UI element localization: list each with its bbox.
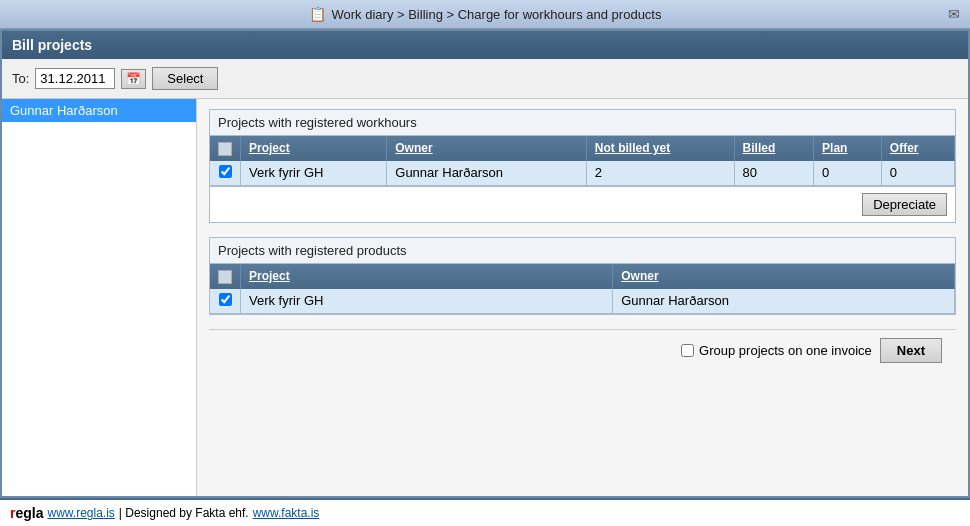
products-col-owner: Owner bbox=[613, 264, 955, 289]
main-content: Bill projects To: 📅 Select Gunnar Harðar… bbox=[0, 29, 970, 498]
products-col-checkbox bbox=[210, 264, 241, 289]
products-section: Projects with registered products Projec… bbox=[209, 237, 956, 315]
right-panel: Projects with registered workhours Proje… bbox=[197, 99, 968, 496]
date-input[interactable] bbox=[35, 68, 115, 89]
products-col-project: Project bbox=[241, 264, 613, 289]
next-button[interactable]: Next bbox=[880, 338, 942, 363]
workhours-col-offer: Offer bbox=[881, 136, 954, 161]
row-billed: 80 bbox=[734, 161, 814, 186]
mail-icon[interactable]: ✉ bbox=[948, 6, 960, 22]
row-offer: 0 bbox=[881, 161, 954, 186]
row-owner: Gunnar Harðarson bbox=[387, 161, 587, 186]
fakta-link[interactable]: www.fakta.is bbox=[253, 506, 320, 520]
select-button[interactable]: Select bbox=[152, 67, 218, 90]
table-row: Verk fyrir GH Gunnar Harðarson bbox=[210, 289, 955, 314]
footer: regla www.regla.is | Designed by Fakta e… bbox=[0, 498, 970, 526]
workhours-col-owner: Owner bbox=[387, 136, 587, 161]
title-bar: 📋 Work diary > Billing > Charge for work… bbox=[0, 0, 970, 29]
workhours-table: Project Owner Not billed yet Billed Plan… bbox=[210, 136, 955, 186]
body-area: Gunnar Harðarson Projects with registere… bbox=[2, 99, 968, 496]
header-checkbox-icon bbox=[218, 142, 232, 156]
depreciate-button[interactable]: Depreciate bbox=[862, 193, 947, 216]
bottom-bar: Group projects on one invoice Next bbox=[209, 329, 956, 371]
row-project: Verk fyrir GH bbox=[241, 161, 387, 186]
workhours-section: Projects with registered workhours Proje… bbox=[209, 109, 956, 223]
prod-row-checkbox[interactable] bbox=[219, 293, 232, 306]
workhours-col-notbilled: Not billed yet bbox=[586, 136, 734, 161]
regla-link[interactable]: www.regla.is bbox=[47, 506, 114, 520]
people-list: Gunnar Harðarson bbox=[2, 99, 197, 496]
products-title: Projects with registered products bbox=[210, 238, 955, 264]
row-checkbox-cell[interactable] bbox=[210, 161, 241, 186]
group-label: Group projects on one invoice bbox=[699, 343, 872, 358]
table-row: Verk fyrir GH Gunnar Harðarson 2 80 0 0 bbox=[210, 161, 955, 186]
footer-separator: | Designed by Fakta ehf. bbox=[119, 506, 249, 520]
bill-projects-header: Bill projects bbox=[2, 31, 968, 59]
workhours-title: Projects with registered workhours bbox=[210, 110, 955, 136]
workhours-col-plan: Plan bbox=[814, 136, 882, 161]
brand-text: egla bbox=[15, 505, 43, 521]
prod-row-owner: Gunnar Harðarson bbox=[613, 289, 955, 314]
titlebar-text: Work diary > Billing > Charge for workho… bbox=[332, 7, 662, 22]
group-checkbox[interactable] bbox=[681, 344, 694, 357]
depreciate-row: Depreciate bbox=[210, 186, 955, 222]
products-table: Project Owner Verk fyrir GH Gunnar Harða… bbox=[210, 264, 955, 314]
workhours-col-project: Project bbox=[241, 136, 387, 161]
products-header-checkbox-icon bbox=[218, 270, 232, 284]
row-plan: 0 bbox=[814, 161, 882, 186]
workhours-col-checkbox bbox=[210, 136, 241, 161]
person-item[interactable]: Gunnar Harðarson bbox=[2, 99, 196, 122]
row-checkbox[interactable] bbox=[219, 165, 232, 178]
calendar-button[interactable]: 📅 bbox=[121, 69, 146, 89]
row-not-billed: 2 bbox=[586, 161, 734, 186]
group-projects-option[interactable]: Group projects on one invoice bbox=[681, 343, 872, 358]
prod-row-project: Verk fyrir GH bbox=[241, 289, 613, 314]
workhours-col-billed: Billed bbox=[734, 136, 814, 161]
top-bar: To: 📅 Select bbox=[2, 59, 968, 99]
prod-row-checkbox-cell[interactable] bbox=[210, 289, 241, 314]
titlebar-icon: 📋 bbox=[309, 6, 326, 22]
brand-logo: regla bbox=[10, 505, 43, 521]
to-label: To: bbox=[12, 71, 29, 86]
